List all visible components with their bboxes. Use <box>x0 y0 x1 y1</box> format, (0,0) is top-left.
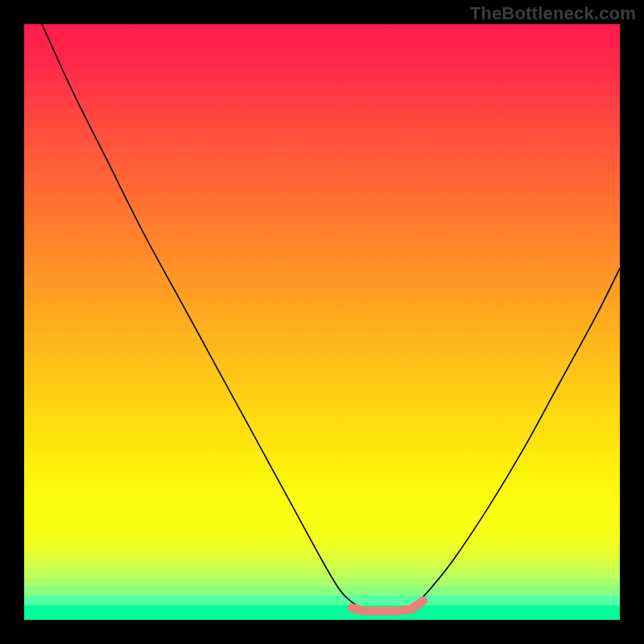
chart-frame: TheBottleneck.com <box>0 0 644 644</box>
bottleneck-flat-marker <box>352 601 423 611</box>
chart-svg <box>24 24 620 620</box>
plot-area <box>24 24 620 620</box>
watermark-text: TheBottleneck.com <box>470 3 636 24</box>
bottleneck-curve-line <box>42 24 620 609</box>
